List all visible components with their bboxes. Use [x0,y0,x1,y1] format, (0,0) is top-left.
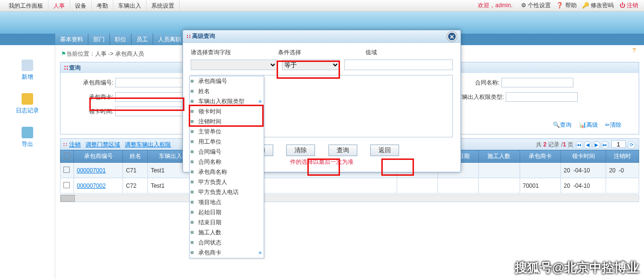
dd-item[interactable]: 主管单位 [190,127,264,137]
tb-cancel[interactable]: 注销 [69,139,81,150]
dlg-search-button[interactable]: 查询 [328,145,357,156]
subtab-dept[interactable]: 部门 [88,34,110,45]
help-icon[interactable]: ? [632,47,640,55]
input-card-time[interactable] [115,107,187,116]
lbl-contractor-no: 承包商编号: [70,79,113,87]
nav-tab-workboard[interactable]: 我的工作面板 [4,0,49,12]
dd-item[interactable]: 甲方负责人电话 [190,187,264,197]
btn-advanced[interactable]: 📊高级 [579,121,598,128]
lbl-val: 值域 [365,49,453,57]
input-contractor-no[interactable] [115,78,187,87]
row-id-link[interactable]: 000007001 [77,167,106,174]
row-chk[interactable] [63,167,70,173]
add-icon [22,60,33,71]
nav-tab-device[interactable]: 设备 [70,0,92,12]
page-prev[interactable]: ◀ [584,141,592,149]
sidebar-add[interactable]: 新增 [0,60,55,81]
link-help[interactable]: ❓ 帮助 [556,2,576,9]
dd-item[interactable]: 用工单位 [190,137,264,147]
dd-item[interactable]: 承包商名称 [190,167,264,177]
dd-item[interactable]: 车辆出入权限类型» [190,97,264,107]
cond-select[interactable]: 等于 [282,60,340,70]
dd-item[interactable]: 注销时间 [190,117,264,127]
dd-item[interactable]: 领卡时间 [190,107,264,117]
export-icon [22,127,33,138]
sidebar-log[interactable]: 日志记录 [0,93,55,115]
field-select[interactable] [191,60,277,70]
tb-adj-area[interactable]: 调整门禁区域 [85,139,120,150]
chk-all[interactable] [64,153,70,159]
pager: 共 2 记录 /1 页 ⏮◀▶⏭ ⟳ [536,139,636,150]
dd-item[interactable]: 施工人数 [190,228,264,238]
sidebar: 新增 日志记录 导出 [0,45,55,279]
lbl-field: 请选择查询字段 [191,49,278,57]
page-next[interactable]: ▶ [593,141,600,149]
dd-item[interactable]: 承包商卡» [190,248,264,258]
lbl-vehicle-perm: 车辆出入权限类型: [456,93,504,101]
nav-tab-hr[interactable]: 人事 [49,0,70,12]
dd-item[interactable]: 合同状态 [190,238,264,248]
field-dropdown: 承包商编号 姓名 车辆出入权限类型» 领卡时间 注销时间 主管单位 用工单位 合… [189,76,264,258]
input-vehicle-perm[interactable] [506,92,578,102]
top-nav: 我的工作面板 人事 设备 考勤 车辆出入 系统设置 欢迎，admin. ⚙ 个性… [0,0,644,12]
link-changepwd[interactable]: 🔑 修改密码 [582,2,614,9]
input-contractor-card[interactable] [115,92,187,102]
page-go[interactable]: ⟳ [628,141,635,149]
nav-tab-vehicle[interactable]: 车辆出入 [113,0,146,12]
page-input[interactable] [611,140,626,148]
row-chk[interactable] [63,182,70,188]
nav-tab-attendance[interactable]: 考勤 [92,0,113,12]
dd-item[interactable]: 合同编号 [190,147,264,157]
sidebar-export[interactable]: 导出 [0,127,55,148]
lbl-contractor-card: 承包商卡: [70,93,113,101]
subtab-basic[interactable]: 基本资料 [55,34,88,45]
dd-item[interactable]: 结束日期 [190,218,264,228]
value-input[interactable] [344,60,453,70]
subtab-position[interactable]: 职位 [110,34,132,45]
subtab-leave[interactable]: 人员离职 [153,34,186,45]
lbl-cond: 条件选择 [278,49,365,57]
dd-item[interactable]: 合同名称 [190,157,264,167]
link-logout[interactable]: ⏻ 注销 [620,2,638,9]
link-personal[interactable]: ⚙ 个性设置 [521,2,551,9]
h-scrollbar[interactable] [60,194,639,202]
lbl-card-time: 领卡时间: [70,108,113,116]
dd-item[interactable]: 项目地点 [190,197,264,207]
lbl-contract-name: 合同名称: [456,79,499,87]
dialog-title: 高级查询 [192,32,215,40]
dd-item[interactable]: 甲方负责人 [190,177,264,187]
dd-item[interactable]: 姓名 [190,86,264,97]
close-icon[interactable]: ✕ [447,32,457,41]
btn-search[interactable]: 🔍查询 [553,121,571,128]
row-id-link[interactable]: 000007002 [77,182,106,189]
dd-item[interactable]: 承包商编号 [190,76,264,86]
query-title: 查询 [69,64,81,71]
log-icon [22,93,33,105]
dlg-clear-button[interactable]: 清除 [286,145,315,156]
dd-item[interactable]: 起始日期 [190,207,264,218]
tb-adj-vehicle[interactable]: 调整车辆出入权限 [125,139,171,150]
page-first[interactable]: ⏮ [575,141,583,149]
subtab-staff[interactable]: 员工 [132,34,153,45]
top-right-links: 欢迎，admin. ⚙ 个性设置 ❓ 帮助 🔑 修改密码 ⏻ 注销 [478,1,640,10]
page-last[interactable]: ⏭ [601,141,609,149]
btn-clear[interactable]: ✏清除 [605,121,621,128]
watermark: 搜狐号@北京中控博业 [515,259,639,276]
table-row[interactable]: 000007002 C72Test1 70001 20 -04-10 [61,178,639,194]
nav-tab-system[interactable]: 系统设置 [146,0,180,12]
welcome-text: 欢迎，admin. [478,2,512,9]
dlg-back-button[interactable]: 返回 [370,145,399,156]
input-contract-name[interactable] [501,78,573,87]
